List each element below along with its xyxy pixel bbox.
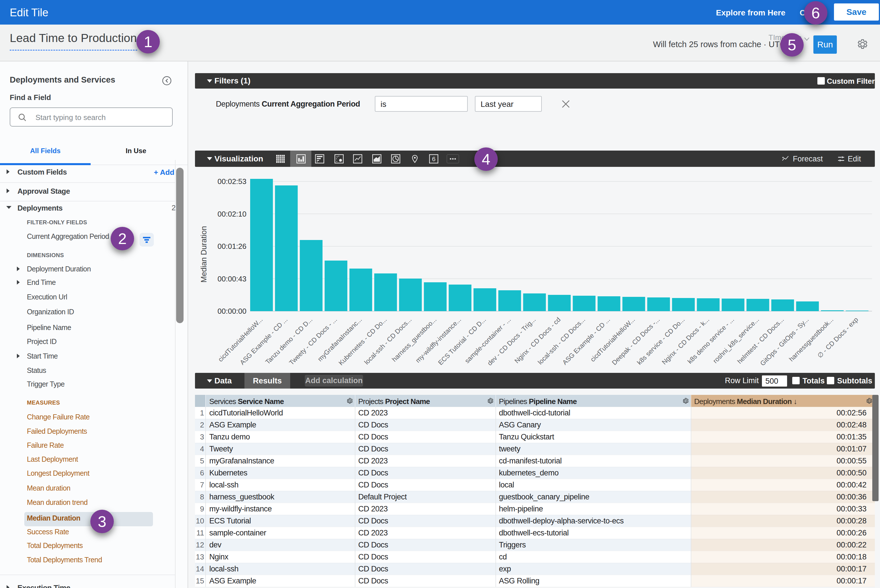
svg-text:GitOps - GitOps - Sy...: GitOps - GitOps - Sy... xyxy=(759,316,810,367)
svg-text:6: 6 xyxy=(432,155,435,163)
svg-text:k8s demo service - ...: k8s demo service - ... xyxy=(686,316,736,365)
svg-text:local-ssh - CD Docs...: local-ssh - CD Docs... xyxy=(536,316,587,366)
svg-text:myGrafanaInstanc...: myGrafanaInstanc... xyxy=(316,316,363,363)
svg-text:Nginx - CD Docs - k...: Nginx - CD Docs - k... xyxy=(660,316,711,366)
svg-text:Deepak - CD Docs -...: Deepak - CD Docs -... xyxy=(611,316,661,366)
svg-text:00:02:10: 00:02:10 xyxy=(218,210,247,218)
svg-text:ECS Tutorial - CD D...: ECS Tutorial - CD D... xyxy=(436,316,487,366)
svg-text:dev - CD Docs - Trig...: dev - CD Docs - Trig... xyxy=(486,316,537,367)
svg-text:local-ssh - CD Docs...: local-ssh - CD Docs... xyxy=(363,316,413,366)
svg-text:ASG Example - CD ...: ASG Example - CD ... xyxy=(561,316,612,366)
svg-text:helmtest - CD Docs...: helmtest - CD Docs... xyxy=(736,316,785,365)
svg-text:k8s service - CD Do...: k8s service - CD Do... xyxy=(636,316,686,366)
svg-text:my-wildfly-instance...: my-wildfly-instance... xyxy=(414,316,462,364)
svg-text:00:00:43: 00:00:43 xyxy=(218,274,247,283)
svg-text:cicdTutorialHelloW...: cicdTutorialHelloW... xyxy=(589,316,636,363)
svg-text:roshni_k8s_service...: roshni_k8s_service... xyxy=(712,316,760,364)
svg-text:00:01:26: 00:01:26 xyxy=(218,242,247,250)
svg-text:harness_guestboo...: harness_guestboo... xyxy=(391,316,438,363)
svg-text:Tweety - CD Docs - ...: Tweety - CD Docs - ... xyxy=(287,316,338,366)
svg-text:ASG Example - CD ...: ASG Example - CD ... xyxy=(238,316,289,366)
svg-text:00:02:53: 00:02:53 xyxy=(218,177,247,186)
svg-text:Tanzu demo - CD D...: Tanzu demo - CD D... xyxy=(264,316,314,366)
svg-text:00:00:00: 00:00:00 xyxy=(218,307,247,315)
svg-text:cicdTutorialHelloW...: cicdTutorialHelloW... xyxy=(217,316,264,363)
svg-text:Median Duration: Median Duration xyxy=(200,226,208,283)
svg-text:sample-container - ...: sample-container - ... xyxy=(463,316,512,364)
svg-text:Kubernetes - CD Do...: Kubernetes - CD Do... xyxy=(337,316,388,367)
svg-text:Nginx - CD Docs - cd: Nginx - CD Docs - cd xyxy=(513,316,562,364)
svg-text:∅ - CD Docs - exp: ∅ - CD Docs - exp xyxy=(816,316,860,359)
svg-text:harnessguestbook...: harnessguestbook... xyxy=(788,316,835,363)
